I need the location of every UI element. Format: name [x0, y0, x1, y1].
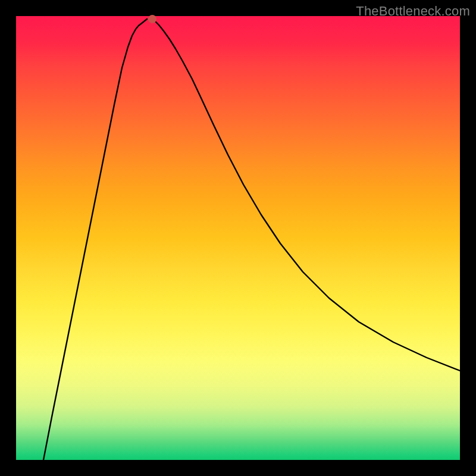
optimal-point-marker — [148, 15, 156, 23]
chart-plot-area — [16, 16, 460, 460]
watermark-text: TheBottleneck.com — [356, 4, 470, 19]
bottleneck-curve — [16, 16, 460, 460]
